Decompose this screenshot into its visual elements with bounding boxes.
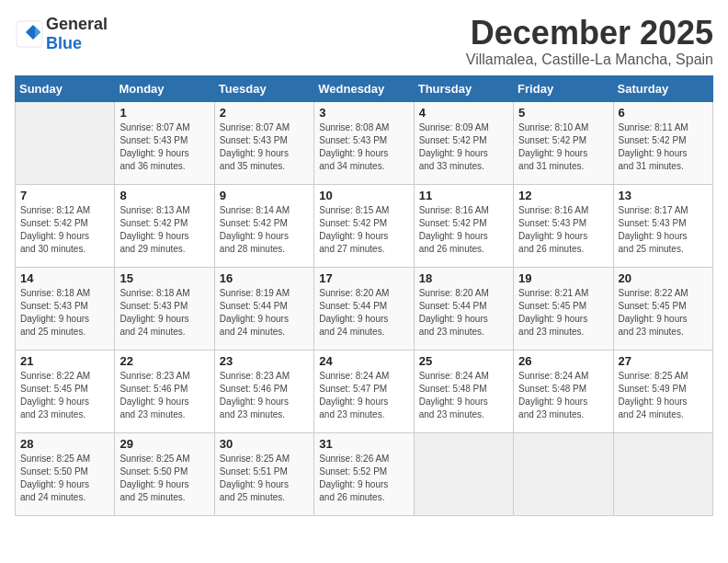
day-info: Sunrise: 8:20 AM Sunset: 5:44 PM Dayligh…: [419, 287, 508, 339]
day-info: Sunrise: 8:24 AM Sunset: 5:47 PM Dayligh…: [319, 370, 408, 421]
calendar-cell: 14Sunrise: 8:18 AM Sunset: 5:43 PM Dayli…: [16, 267, 115, 350]
header-thursday: Thursday: [414, 75, 513, 101]
calendar-cell: 11Sunrise: 8:16 AM Sunset: 5:42 PM Dayli…: [414, 184, 513, 267]
calendar-cell: 12Sunrise: 8:16 AM Sunset: 5:43 PM Dayli…: [514, 184, 613, 267]
calendar-cell: 29Sunrise: 8:25 AM Sunset: 5:50 PM Dayli…: [115, 432, 214, 515]
day-info: Sunrise: 8:16 AM Sunset: 5:42 PM Dayligh…: [419, 204, 508, 256]
calendar-cell: 5Sunrise: 8:10 AM Sunset: 5:42 PM Daylig…: [514, 101, 613, 184]
day-number: 2: [220, 106, 309, 120]
calendar-cell: 7Sunrise: 8:12 AM Sunset: 5:42 PM Daylig…: [16, 184, 115, 267]
calendar-cell: 23Sunrise: 8:23 AM Sunset: 5:46 PM Dayli…: [214, 350, 313, 432]
day-info: Sunrise: 8:24 AM Sunset: 5:48 PM Dayligh…: [419, 370, 508, 421]
day-number: 11: [419, 189, 508, 202]
calendar-cell: 15Sunrise: 8:18 AM Sunset: 5:43 PM Dayli…: [115, 267, 214, 350]
calendar-table: SundayMondayTuesdayWednesdayThursdayFrid…: [15, 75, 713, 516]
day-number: 30: [220, 437, 309, 451]
header-monday: Monday: [115, 75, 214, 101]
day-info: Sunrise: 8:18 AM Sunset: 5:43 PM Dayligh…: [20, 287, 109, 339]
calendar-cell: 24Sunrise: 8:24 AM Sunset: 5:47 PM Dayli…: [314, 350, 414, 432]
calendar-cell: 17Sunrise: 8:20 AM Sunset: 5:44 PM Dayli…: [314, 267, 414, 350]
day-number: 12: [518, 189, 608, 202]
day-info: Sunrise: 8:16 AM Sunset: 5:43 PM Dayligh…: [518, 204, 608, 256]
day-number: 27: [619, 354, 708, 368]
day-info: Sunrise: 8:13 AM Sunset: 5:42 PM Dayligh…: [119, 204, 209, 256]
calendar-week-2: 7Sunrise: 8:12 AM Sunset: 5:42 PM Daylig…: [16, 184, 713, 267]
calendar-header-row: SundayMondayTuesdayWednesdayThursdayFrid…: [16, 75, 713, 101]
calendar-cell: [16, 101, 115, 184]
calendar-week-5: 28Sunrise: 8:25 AM Sunset: 5:50 PM Dayli…: [16, 432, 713, 515]
day-info: Sunrise: 8:14 AM Sunset: 5:42 PM Dayligh…: [220, 204, 309, 256]
header-friday: Friday: [514, 75, 613, 101]
calendar-cell: [613, 432, 712, 515]
day-info: Sunrise: 8:09 AM Sunset: 5:42 PM Dayligh…: [419, 121, 508, 173]
calendar-week-3: 14Sunrise: 8:18 AM Sunset: 5:43 PM Dayli…: [16, 267, 713, 350]
day-number: 29: [119, 437, 209, 451]
day-info: Sunrise: 8:12 AM Sunset: 5:42 PM Dayligh…: [20, 204, 109, 256]
calendar-cell: 21Sunrise: 8:22 AM Sunset: 5:45 PM Dayli…: [16, 350, 115, 432]
day-info: Sunrise: 8:20 AM Sunset: 5:44 PM Dayligh…: [319, 287, 408, 339]
day-info: Sunrise: 8:11 AM Sunset: 5:42 PM Dayligh…: [619, 121, 708, 173]
calendar-cell: 25Sunrise: 8:24 AM Sunset: 5:48 PM Dayli…: [414, 350, 513, 432]
day-number: 18: [419, 271, 508, 285]
day-info: Sunrise: 8:22 AM Sunset: 5:45 PM Dayligh…: [619, 287, 708, 339]
day-number: 22: [119, 354, 209, 368]
day-number: 8: [119, 189, 209, 202]
logo-blue-text: Blue: [46, 34, 82, 52]
calendar-cell: 18Sunrise: 8:20 AM Sunset: 5:44 PM Dayli…: [414, 267, 513, 350]
day-number: 3: [319, 106, 408, 120]
day-number: 16: [220, 271, 309, 285]
day-info: Sunrise: 8:25 AM Sunset: 5:50 PM Dayligh…: [119, 453, 209, 504]
logo-icon: [15, 19, 44, 49]
calendar-cell: 19Sunrise: 8:21 AM Sunset: 5:45 PM Dayli…: [514, 267, 613, 350]
logo: General Blue: [15, 15, 108, 53]
calendar-cell: 10Sunrise: 8:15 AM Sunset: 5:42 PM Dayli…: [314, 184, 414, 267]
day-info: Sunrise: 8:24 AM Sunset: 5:48 PM Dayligh…: [518, 370, 608, 421]
calendar-cell: [414, 432, 513, 515]
calendar-cell: 6Sunrise: 8:11 AM Sunset: 5:42 PM Daylig…: [613, 101, 712, 184]
day-number: 5: [518, 106, 608, 120]
day-number: 4: [419, 106, 508, 120]
header-saturday: Saturday: [613, 75, 712, 101]
calendar-cell: 27Sunrise: 8:25 AM Sunset: 5:49 PM Dayli…: [613, 350, 712, 432]
day-info: Sunrise: 8:07 AM Sunset: 5:43 PM Dayligh…: [220, 121, 309, 173]
day-info: Sunrise: 8:26 AM Sunset: 5:52 PM Dayligh…: [319, 453, 408, 504]
day-number: 17: [319, 271, 408, 285]
day-number: 19: [518, 271, 608, 285]
calendar-cell: 30Sunrise: 8:25 AM Sunset: 5:51 PM Dayli…: [214, 432, 313, 515]
day-number: 31: [319, 437, 408, 451]
calendar-cell: 16Sunrise: 8:19 AM Sunset: 5:44 PM Dayli…: [214, 267, 313, 350]
day-number: 13: [619, 189, 708, 202]
calendar-cell: 26Sunrise: 8:24 AM Sunset: 5:48 PM Dayli…: [514, 350, 613, 432]
calendar-cell: [514, 432, 613, 515]
location-text: Villamalea, Castille-La Mancha, Spain: [466, 52, 713, 68]
month-title: December 2025: [466, 15, 713, 52]
calendar-cell: 13Sunrise: 8:17 AM Sunset: 5:43 PM Dayli…: [613, 184, 712, 267]
calendar-cell: 9Sunrise: 8:14 AM Sunset: 5:42 PM Daylig…: [214, 184, 313, 267]
day-info: Sunrise: 8:25 AM Sunset: 5:51 PM Dayligh…: [220, 453, 309, 504]
day-info: Sunrise: 8:21 AM Sunset: 5:45 PM Dayligh…: [518, 287, 608, 339]
header-sunday: Sunday: [16, 75, 115, 101]
day-info: Sunrise: 8:25 AM Sunset: 5:49 PM Dayligh…: [619, 370, 708, 421]
calendar-week-4: 21Sunrise: 8:22 AM Sunset: 5:45 PM Dayli…: [16, 350, 713, 432]
day-info: Sunrise: 8:23 AM Sunset: 5:46 PM Dayligh…: [220, 370, 309, 421]
title-block: December 2025 Villamalea, Castille-La Ma…: [466, 15, 713, 68]
calendar-cell: 8Sunrise: 8:13 AM Sunset: 5:42 PM Daylig…: [115, 184, 214, 267]
day-number: 6: [619, 106, 708, 120]
calendar-cell: 20Sunrise: 8:22 AM Sunset: 5:45 PM Dayli…: [613, 267, 712, 350]
day-info: Sunrise: 8:08 AM Sunset: 5:43 PM Dayligh…: [319, 121, 408, 173]
day-number: 20: [619, 271, 708, 285]
day-number: 15: [119, 271, 209, 285]
day-info: Sunrise: 8:19 AM Sunset: 5:44 PM Dayligh…: [220, 287, 309, 339]
day-number: 25: [419, 354, 508, 368]
day-info: Sunrise: 8:15 AM Sunset: 5:42 PM Dayligh…: [319, 204, 408, 256]
calendar-cell: 28Sunrise: 8:25 AM Sunset: 5:50 PM Dayli…: [16, 432, 115, 515]
calendar-week-1: 1Sunrise: 8:07 AM Sunset: 5:43 PM Daylig…: [16, 101, 713, 184]
day-number: 26: [518, 354, 608, 368]
calendar-cell: 4Sunrise: 8:09 AM Sunset: 5:42 PM Daylig…: [414, 101, 513, 184]
day-number: 1: [119, 106, 209, 120]
day-info: Sunrise: 8:18 AM Sunset: 5:43 PM Dayligh…: [119, 287, 209, 339]
page-header: General Blue December 2025 Villamalea, C…: [15, 15, 713, 68]
calendar-cell: 31Sunrise: 8:26 AM Sunset: 5:52 PM Dayli…: [314, 432, 414, 515]
day-number: 23: [220, 354, 309, 368]
day-number: 14: [20, 271, 109, 285]
